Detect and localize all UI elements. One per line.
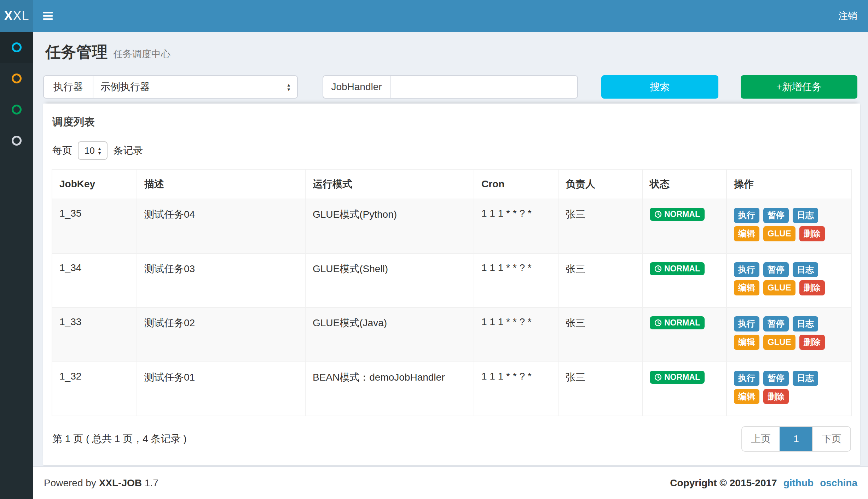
clock-icon	[654, 211, 662, 218]
clock-icon	[654, 319, 662, 327]
cell-mode: GLUE模式(Python)	[305, 199, 474, 253]
cell-cron: 1 1 1 * * ? *	[474, 199, 558, 253]
run-button[interactable]: 执行	[734, 208, 759, 223]
search-button[interactable]: 搜索	[601, 75, 718, 99]
cell-actions: 执行 暂停 日志 编辑 删除	[727, 362, 851, 416]
job-table: JobKey 描述 运行模式 Cron 负责人 状态 操作 1_35 测试任务0…	[52, 169, 852, 416]
executor-filter-group: 执行器 示例执行器 ▴▾	[43, 75, 298, 99]
circle-o-icon	[12, 42, 22, 52]
cell-owner: 张三	[558, 199, 642, 253]
powered-by-text: Powered by	[44, 477, 96, 488]
sidebar-item-4[interactable]	[0, 125, 33, 156]
col-actions: 操作	[727, 169, 851, 199]
col-mode: 运行模式	[305, 169, 474, 199]
page-size-select[interactable]: 10 ▴▾	[78, 141, 108, 160]
status-badge: NORMAL	[650, 371, 705, 384]
current-page-button[interactable]: 1	[780, 427, 812, 451]
pause-button[interactable]: 暂停	[763, 316, 789, 331]
add-job-button[interactable]: +新增任务	[741, 75, 857, 99]
brand-text: XXL-JOB	[99, 477, 142, 488]
circle-o-icon	[12, 105, 22, 115]
col-status: 状态	[642, 169, 727, 199]
cell-actions: 执行 暂停 日志 编辑 GLUE 删除	[727, 307, 851, 362]
pagination: 第 1 页 ( 总共 1 页，4 条记录 ) 上页 1 下页	[52, 416, 852, 465]
status-text: NORMAL	[664, 373, 700, 381]
jobhandler-input[interactable]	[390, 75, 578, 99]
footer-copyright: Copyright © 2015-2017 github oschina	[670, 477, 857, 489]
panel-title: 调度列表	[52, 112, 852, 129]
pause-button[interactable]: 暂停	[763, 371, 789, 386]
status-badge: NORMAL	[650, 316, 705, 329]
cell-cron: 1 1 1 * * ? *	[474, 253, 558, 308]
status-badge: NORMAL	[650, 208, 705, 221]
delete-button[interactable]: 删除	[799, 280, 825, 295]
sidebar-toggle-icon[interactable]	[33, 0, 63, 32]
schedule-list-panel: 调度列表 每页 10 ▴▾ 条记录 JobKey 描述 运行模式 Cron 负责…	[43, 104, 860, 465]
run-button[interactable]: 执行	[734, 262, 759, 277]
delete-button[interactable]: 删除	[799, 226, 825, 241]
cell-status: NORMAL	[642, 307, 727, 362]
cell-desc: 测试任务02	[137, 307, 305, 362]
log-button[interactable]: 日志	[793, 316, 818, 331]
cell-status: NORMAL	[642, 253, 727, 308]
cell-mode: BEAN模式：demoJobHandler	[305, 362, 474, 416]
run-button[interactable]: 执行	[734, 316, 759, 331]
cell-actions: 执行 暂停 日志 编辑 GLUE 删除	[727, 253, 851, 308]
col-owner: 负责人	[558, 169, 642, 199]
log-button[interactable]: 日志	[793, 208, 818, 223]
delete-button[interactable]: 删除	[763, 389, 789, 404]
oschina-link[interactable]: oschina	[820, 477, 857, 489]
col-jobkey: JobKey	[52, 169, 137, 199]
next-page-button[interactable]: 下页	[812, 427, 850, 451]
jobhandler-filter-group: JobHandler	[323, 75, 578, 99]
cell-desc: 测试任务04	[137, 199, 305, 253]
table-row: 1_35 测试任务04 GLUE模式(Python) 1 1 1 * * ? *…	[52, 199, 851, 253]
log-button[interactable]: 日志	[793, 371, 818, 386]
cell-jobkey: 1_34	[52, 253, 137, 308]
page-size-control: 每页 10 ▴▾ 条记录	[52, 141, 852, 160]
executor-select[interactable]: 示例执行器 ▴▾	[93, 75, 298, 99]
pause-button[interactable]: 暂停	[763, 208, 789, 223]
page-size-suffix: 条记录	[113, 144, 143, 157]
pagination-info: 第 1 页 ( 总共 1 页，4 条记录 )	[52, 432, 187, 446]
status-text: NORMAL	[664, 319, 700, 327]
sidebar-item-1[interactable]	[0, 32, 33, 63]
cell-status: NORMAL	[642, 362, 727, 416]
log-button[interactable]: 日志	[793, 262, 818, 277]
page-subtitle: 任务调度中心	[113, 48, 170, 60]
main-content: 任务管理 任务调度中心 执行器 示例执行器 ▴▾ JobHandler 搜索 +…	[33, 32, 868, 465]
cell-desc: 测试任务03	[137, 253, 305, 308]
glue-button[interactable]: GLUE	[763, 226, 795, 241]
table-header-row: JobKey 描述 运行模式 Cron 负责人 状态 操作	[52, 169, 851, 199]
cell-jobkey: 1_35	[52, 199, 137, 253]
sidebar-item-2[interactable]	[0, 63, 33, 94]
app-logo[interactable]: XXL	[0, 0, 33, 32]
github-link[interactable]: github	[783, 477, 814, 489]
cell-cron: 1 1 1 * * ? *	[474, 307, 558, 362]
glue-button[interactable]: GLUE	[763, 335, 795, 350]
glue-button[interactable]: GLUE	[763, 280, 795, 295]
edit-button[interactable]: 编辑	[734, 335, 759, 350]
col-desc: 描述	[137, 169, 305, 199]
run-button[interactable]: 执行	[734, 371, 759, 386]
cell-status: NORMAL	[642, 199, 727, 253]
filter-toolbar: 执行器 示例执行器 ▴▾ JobHandler 搜索 +新增任务	[43, 75, 860, 99]
footer: Powered by XXL-JOB 1.7 Copyright © 2015-…	[33, 466, 868, 499]
edit-button[interactable]: 编辑	[734, 226, 759, 241]
clock-icon	[654, 265, 662, 272]
page-header: 任务管理 任务调度中心	[43, 32, 860, 65]
prev-page-button[interactable]: 上页	[742, 427, 780, 451]
select-arrows-icon: ▴▾	[287, 82, 290, 92]
delete-button[interactable]: 删除	[799, 335, 825, 350]
edit-button[interactable]: 编辑	[734, 389, 759, 404]
footer-powered-by: Powered by XXL-JOB 1.7	[44, 477, 158, 489]
cell-actions: 执行 暂停 日志 编辑 GLUE 删除	[727, 199, 851, 253]
edit-button[interactable]: 编辑	[734, 280, 759, 295]
cell-jobkey: 1_33	[52, 307, 137, 362]
logout-link[interactable]: 注销	[828, 0, 868, 32]
status-text: NORMAL	[664, 210, 700, 218]
sidebar-item-3[interactable]	[0, 94, 33, 125]
circle-o-icon	[12, 74, 22, 83]
pause-button[interactable]: 暂停	[763, 262, 789, 277]
table-row: 1_33 测试任务02 GLUE模式(Java) 1 1 1 * * ? * 张…	[52, 307, 851, 362]
